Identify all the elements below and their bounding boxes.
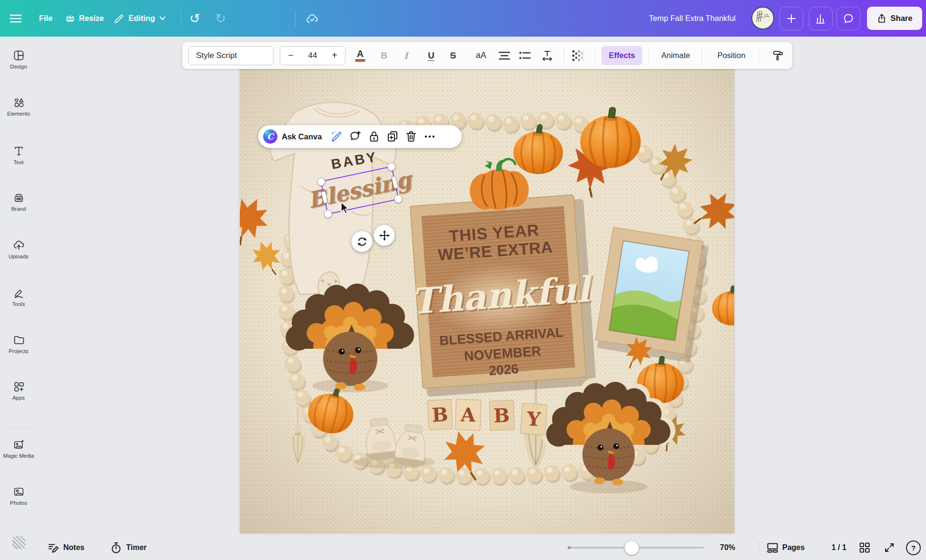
elements-icon	[13, 97, 25, 108]
spacing-button[interactable]	[537, 46, 557, 65]
help-button[interactable]: ?	[906, 537, 921, 559]
editing-mode-menu[interactable]: Editing	[114, 0, 166, 37]
magic-edit-icon[interactable]	[330, 130, 343, 143]
paint-roller-icon	[772, 50, 784, 61]
resize-button[interactable]: Resize	[66, 0, 104, 37]
redo-button[interactable]: ↻	[215, 0, 226, 37]
sidebar-item-design[interactable]: Design	[0, 49, 37, 69]
sidebar-item-magic-media[interactable]: Magic Media	[0, 439, 37, 459]
sidebar-item-tools[interactable]: Tools	[0, 287, 37, 307]
undo-icon: ↺	[189, 11, 200, 26]
design-title[interactable]: Temp Fall Extra Thankful	[619, 0, 736, 37]
uploads-icon	[13, 239, 25, 251]
pages-button[interactable]: Pages	[767, 537, 805, 559]
canva-editor: File Resize Editing ↺ ↻	[0, 0, 926, 560]
notes-button[interactable]: Notes	[48, 537, 84, 559]
bold-button[interactable]: B	[374, 46, 394, 65]
duplicate-icon[interactable]	[386, 130, 399, 143]
comment-add-icon[interactable]	[349, 130, 362, 143]
decrease-font-button[interactable]: −	[283, 50, 298, 61]
sidebar-item-photos[interactable]: Photos	[0, 486, 37, 506]
list-button[interactable]	[515, 46, 535, 65]
comments-button[interactable]	[837, 7, 860, 30]
italic-button[interactable]: I	[396, 46, 416, 65]
share-button[interactable]: Share	[867, 7, 922, 30]
copy-style-button[interactable]	[768, 46, 788, 65]
text-color-button[interactable]: A	[350, 46, 370, 65]
cloud-check-icon	[306, 13, 318, 24]
page-indicator: 1 / 1	[826, 537, 852, 559]
file-menu[interactable]: File	[39, 0, 52, 37]
effects-button[interactable]: Effects	[601, 46, 642, 65]
resize-label: Resize	[79, 14, 104, 23]
block-letter-2: A	[460, 403, 477, 426]
underline-button[interactable]: U	[421, 46, 441, 65]
ask-canva-button[interactable]: C Ask Canva	[263, 129, 324, 144]
apps-icon	[13, 381, 25, 393]
position-button[interactable]: Position	[709, 46, 754, 65]
lock-icon[interactable]	[368, 130, 380, 143]
ask-canva-label: Ask Canva	[282, 132, 322, 141]
delete-icon[interactable]	[405, 130, 417, 143]
zoom-slider-thumb[interactable]	[624, 540, 639, 555]
toolbar-divider	[595, 49, 596, 62]
font-family-selector[interactable]: Style Script	[188, 46, 274, 65]
align-center-icon	[499, 51, 510, 60]
undo-button[interactable]: ↺	[189, 0, 200, 37]
avatar-art	[752, 8, 773, 28]
avatar[interactable]	[751, 7, 774, 29]
toolbar-divider	[702, 49, 702, 62]
strikethrough-button[interactable]: S	[443, 46, 463, 65]
zoom-slider[interactable]	[569, 547, 704, 549]
slider-start-dot	[568, 546, 571, 549]
comment-icon	[843, 13, 854, 24]
add-member-button[interactable]	[779, 7, 803, 30]
save-status-button[interactable]	[306, 0, 318, 37]
animate-button[interactable]: Animate	[654, 46, 697, 65]
sidebar-item-brand[interactable]: Brand	[0, 192, 37, 212]
grid-view-button[interactable]	[859, 537, 870, 559]
app-thumbnail-icon[interactable]	[12, 536, 25, 549]
font-size-value[interactable]: 44	[308, 51, 317, 60]
fullscreen-button[interactable]	[884, 537, 895, 559]
rotate-handle[interactable]	[351, 231, 373, 252]
move-icon	[379, 230, 390, 241]
toolbar-divider	[649, 49, 649, 62]
board-text-line5[interactable]: 2026	[488, 361, 519, 378]
toolbar-divider	[564, 49, 564, 62]
tools-icon	[13, 287, 25, 299]
main-menu-button[interactable]	[10, 0, 22, 37]
notes-icon	[48, 542, 59, 553]
sidebar-item-projects[interactable]: Projects	[0, 334, 37, 354]
text-icon	[13, 145, 25, 157]
format-toolbar: Style Script − 44 + A B I U S aA	[182, 42, 792, 69]
text-color-swatch	[355, 59, 365, 62]
sidebar-item-apps[interactable]: Apps	[0, 381, 37, 401]
alignment-button[interactable]	[494, 46, 514, 65]
text-case-button[interactable]: aA	[471, 46, 491, 65]
insights-button[interactable]	[809, 7, 833, 30]
sidebar-item-uploads[interactable]: Uploads	[0, 239, 37, 259]
crown-icon	[66, 14, 75, 22]
more-options-icon[interactable]	[424, 130, 436, 143]
block-letter-1: B	[431, 403, 448, 426]
transparency-button[interactable]	[568, 46, 588, 65]
timer-icon	[110, 542, 122, 554]
expand-icon	[884, 542, 895, 553]
letterboard[interactable]: THIS YEAR WE’RE EXTRA Thankful Thankful …	[404, 194, 601, 397]
element-toolbar: C Ask Canva	[258, 125, 462, 148]
sidebar-item-elements[interactable]: Elements	[0, 97, 37, 117]
picture-frame[interactable]	[594, 227, 709, 363]
block-letter-4: Y	[526, 407, 542, 431]
projects-icon	[13, 334, 25, 346]
sidebar-divider	[5, 428, 32, 429]
sidebar-item-text[interactable]: Text	[0, 145, 37, 165]
file-label: File	[39, 14, 52, 23]
move-handle[interactable]	[374, 225, 395, 246]
zoom-level[interactable]: 70%	[713, 537, 742, 559]
increase-font-button[interactable]: +	[327, 50, 342, 61]
grid-view-icon	[859, 542, 870, 553]
share-icon	[877, 13, 887, 23]
plus-icon	[787, 14, 796, 23]
timer-button[interactable]: Timer	[110, 537, 147, 559]
